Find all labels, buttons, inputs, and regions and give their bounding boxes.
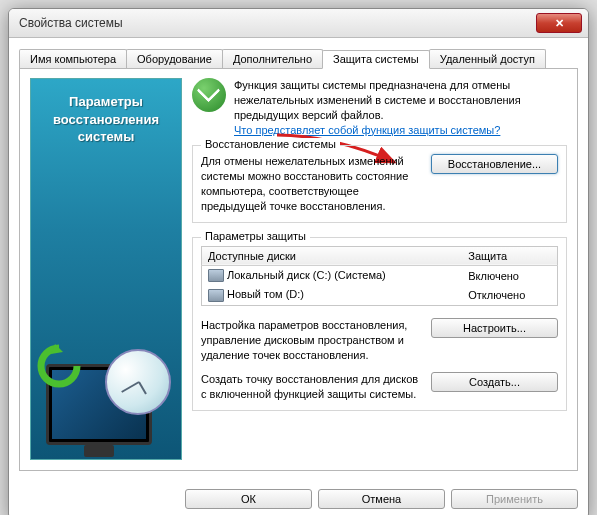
intro-help-link[interactable]: Что представляет собой функция защиты си…: [234, 124, 500, 136]
tab-remote[interactable]: Удаленный доступ: [429, 49, 546, 68]
table-row[interactable]: Локальный диск (C:) (Система) Включено: [202, 265, 558, 285]
cancel-button[interactable]: Отмена: [318, 489, 445, 509]
drive-name: Новый том (D:): [227, 288, 304, 300]
drive-status: Включено: [462, 265, 557, 285]
configure-button[interactable]: Настроить...: [431, 318, 558, 338]
close-icon: ✕: [555, 17, 564, 30]
protection-legend: Параметры защиты: [201, 230, 310, 242]
table-row[interactable]: Новый том (D:) Отключено: [202, 285, 558, 305]
tab-panel: Параметры восстановления системы: [19, 68, 578, 471]
col-protection[interactable]: Защита: [462, 246, 557, 265]
titlebar: Свойства системы ✕: [9, 9, 588, 38]
drive-status: Отключено: [462, 285, 557, 305]
tab-advanced[interactable]: Дополнительно: [222, 49, 323, 68]
sidebar-title: Параметры восстановления системы: [31, 79, 181, 160]
create-button[interactable]: Создать...: [431, 372, 558, 392]
configure-description: Настройка параметров восстановления, упр…: [201, 318, 423, 363]
protection-group: Параметры защиты Доступные диски Защита …: [192, 237, 567, 411]
intro-description: Функция защиты системы предназначена для…: [234, 79, 521, 121]
tab-computer-name[interactable]: Имя компьютера: [19, 49, 127, 68]
tab-system-protection[interactable]: Защита системы: [322, 50, 430, 69]
clock-icon: [105, 349, 171, 415]
window-title: Свойства системы: [19, 16, 123, 30]
intro-text: Функция защиты системы предназначена для…: [234, 78, 567, 137]
restore-group: Восстановление системы Для отмены нежела…: [192, 145, 567, 222]
disk-icon: [208, 269, 224, 282]
content-area: Имя компьютера Оборудование Дополнительн…: [9, 38, 588, 481]
sidebar-banner: Параметры восстановления системы: [30, 78, 182, 460]
restore-button[interactable]: Восстановление...: [431, 154, 558, 174]
restore-description: Для отмены нежелательных изменений систе…: [201, 154, 423, 213]
shield-refresh-icon: [192, 78, 226, 112]
apply-button[interactable]: Применить: [451, 489, 578, 509]
intro-block: Функция защиты системы предназначена для…: [192, 78, 567, 137]
ok-button[interactable]: ОК: [185, 489, 312, 509]
refresh-arrow-icon: [35, 342, 83, 390]
drive-name: Локальный диск (C:) (Система): [227, 269, 386, 281]
create-description: Создать точку восстановления для дисков …: [201, 372, 423, 402]
tab-hardware[interactable]: Оборудование: [126, 49, 223, 68]
tab-strip: Имя компьютера Оборудование Дополнительн…: [19, 49, 578, 69]
system-properties-window: Свойства системы ✕ Имя компьютера Оборуд…: [8, 8, 589, 515]
dialog-footer: ОК Отмена Применить: [9, 481, 588, 515]
disk-icon: [208, 289, 224, 302]
main-pane: Функция защиты системы предназначена для…: [192, 78, 567, 460]
col-drives[interactable]: Доступные диски: [202, 246, 463, 265]
restore-legend: Восстановление системы: [201, 138, 340, 150]
close-button[interactable]: ✕: [536, 13, 582, 33]
restore-graphic: [41, 325, 171, 445]
drives-table: Доступные диски Защита Локальный диск (C…: [201, 246, 558, 306]
